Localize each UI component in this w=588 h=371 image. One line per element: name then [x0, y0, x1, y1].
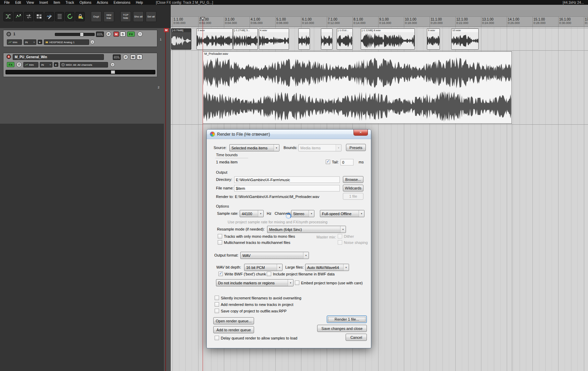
ruler-measure[interactable]: 13.1.000:24.000 — [481, 17, 494, 25]
grid-icon[interactable] — [55, 12, 64, 21]
menu-edit[interactable]: Edit — [15, 1, 21, 4]
ruler-measure[interactable]: 17.1.000:32.000 — [584, 17, 588, 25]
ruler-measure[interactable]: 5.1.000:08.000 — [275, 17, 288, 25]
record-arm-button-armed[interactable]: A — [7, 54, 11, 59]
ruler-measure[interactable]: 10.1.000:18.000 — [404, 17, 417, 25]
media-item[interactable]: 2.wav — [196, 28, 233, 50]
ruler-measure[interactable]: 6.1.000:10.000 — [301, 17, 314, 25]
grouping-icon[interactable] — [34, 12, 44, 21]
markers-select[interactable]: Do not include markers or regions▼ — [216, 279, 293, 286]
menu-extensions[interactable]: Extensions — [113, 1, 130, 4]
menu-options[interactable]: Options — [80, 1, 91, 4]
solo-button[interactable]: S — [137, 54, 142, 60]
ruler-measure[interactable]: 9.1.000:16.000 — [378, 17, 391, 25]
route-button[interactable]: ROUTE — [113, 54, 121, 60]
browse-button[interactable]: Browse... — [343, 176, 363, 183]
track-panel-1[interactable]: 1 ROUTE ø M S FX ~ trim IN ▼ ▶ — [3, 30, 157, 47]
io-dropdown[interactable]: ▼ — [90, 40, 95, 44]
ruler-measure[interactable]: 8.1.000:14.000 — [352, 17, 365, 25]
item-edit-icon[interactable] — [45, 12, 54, 21]
input-select[interactable]: IN ▼ — [24, 39, 36, 45]
envelope-button[interactable]: ~ — [137, 32, 143, 37]
menu-insert[interactable]: Insert — [39, 1, 48, 4]
media-item[interactable]: [-1.01d... — [337, 28, 353, 50]
media-item[interactable] — [321, 28, 333, 50]
ruler-measure[interactable]: 11.1.000:20.000 — [430, 17, 443, 25]
menu-help[interactable]: Help — [136, 1, 143, 4]
tail-checkbox[interactable]: ✓Tail: — [326, 160, 339, 164]
menu-actions[interactable]: Actions — [97, 1, 108, 4]
ruler-measure[interactable]: 4.1.000:06.000 — [250, 17, 263, 25]
close-button[interactable]: ✕ — [353, 129, 368, 136]
render-speed-select[interactable]: Full-speed Offline▼ — [320, 210, 364, 217]
menu-view[interactable]: View — [26, 1, 34, 4]
midi-input-strip[interactable]: MIDI: All: All channels — [60, 62, 108, 67]
toolbar-button-duplicate[interactable]: Dupl — [91, 11, 101, 22]
mute-button[interactable]: M — [113, 32, 119, 37]
playhead-marker[interactable] — [200, 17, 205, 21]
ruler-measure[interactable]: 12.1.000:22.000 — [455, 17, 468, 25]
silently-increment-checkbox[interactable]: ✓Silently increment filenames to avoid o… — [215, 296, 301, 300]
menu-item[interactable]: Item — [53, 1, 60, 4]
mute-button[interactable]: M — [130, 54, 136, 60]
route-button[interactable]: ROUTE — [96, 32, 104, 37]
track1-volume-fader[interactable] — [55, 33, 95, 36]
media-item[interactable]: 4.wav — [259, 28, 289, 50]
bwf-filename-checkbox[interactable]: ✓Include project filename in BWF data — [267, 272, 335, 276]
add-rendered-checkbox[interactable]: ✓Add rendered items to new tracks in pro… — [215, 302, 293, 307]
trim-control[interactable]: trim — [23, 62, 38, 67]
trim-control[interactable]: trim — [7, 39, 22, 45]
toolbar-button-show-all[interactable]: Sho all — [133, 11, 144, 22]
ruler-measure[interactable]: 14.1.000:26.000 — [507, 17, 520, 25]
resample-select[interactable]: Medium (64pt Sinc)▼ — [267, 226, 346, 233]
envelope-icon[interactable] — [14, 12, 23, 21]
menu-file[interactable]: File — [4, 1, 10, 4]
bwf-checkbox[interactable]: ✓Write BWF ('bext') chunk — [218, 272, 266, 276]
ruler-measure[interactable]: 15.1.000:28.000 — [532, 17, 545, 25]
render-button[interactable]: Render 1 file... — [327, 316, 367, 323]
ruler-measure[interactable]: 7.1.000:12.000 — [327, 17, 340, 25]
record-arm-button[interactable] — [7, 32, 11, 36]
ruler-measure[interactable]: 3.1.000:04.000 — [224, 17, 237, 25]
toolbar-button-tcp-hide[interactable]: TCP hide — [120, 11, 131, 22]
phase-button[interactable]: ø — [106, 32, 111, 37]
ruler-measure[interactable]: 16.1.000:30.000 — [558, 17, 571, 25]
toolbar-button-new-track[interactable]: new trac — [104, 11, 114, 22]
samplerate-select[interactable]: 44100▼ — [240, 210, 264, 217]
crossfade-icon[interactable] — [3, 12, 13, 21]
save-close-button[interactable]: Save changes and close — [317, 325, 367, 332]
wildcards-button[interactable]: Wildcards — [343, 185, 363, 191]
io-strip[interactable]: HDSP9632 Analog 1 — [44, 39, 89, 45]
directory-input[interactable]: E:\Work\Gambino\X-Farm\music — [234, 176, 340, 183]
large-files-select[interactable]: Auto WAV/Wave64▼ — [305, 264, 349, 271]
repeat-icon[interactable] — [65, 12, 74, 21]
cancel-button[interactable]: Cancel — [346, 334, 367, 341]
bit-depth-select[interactable]: 16 bit PCM▼ — [244, 264, 283, 271]
phase-button[interactable]: ø — [123, 54, 128, 60]
track2-volume-fader[interactable] — [5, 70, 155, 74]
filename-input[interactable]: $item — [234, 185, 340, 191]
add-render-queue-button[interactable]: Add to render queue — [213, 326, 254, 333]
timeline-ruler[interactable]: 1.1.000:00.0002.1.000:02.0003.1.000:04.0… — [171, 17, 588, 27]
output-format-select[interactable]: WAV▼ — [240, 252, 309, 259]
media-item[interactable]: 10.wav — [451, 28, 479, 50]
fx-button[interactable]: FX — [127, 32, 135, 37]
toolbar-button-select-all[interactable]: Sel all — [146, 11, 156, 22]
menu-track[interactable]: Track — [65, 1, 74, 4]
fader-handle[interactable] — [80, 32, 84, 37]
tail-input[interactable]: 0 — [340, 159, 353, 165]
midi-dropdown[interactable]: ▼ — [110, 62, 115, 67]
presets-button[interactable]: Presets — [346, 144, 366, 151]
open-render-queue-button[interactable]: Open render queue... — [213, 317, 254, 324]
solo-button[interactable]: S — [120, 32, 125, 37]
media-item[interactable]: [-0.79dB] — [171, 28, 191, 50]
source-select[interactable]: Selected media items▼ — [229, 144, 279, 151]
media-item[interactable]: [-1.12dB] 8.wav — [361, 28, 415, 50]
fader-handle[interactable] — [111, 70, 115, 74]
track-name-field[interactable]: M_PU_General_Win — [13, 54, 104, 60]
input-select[interactable]: IN ▼ — [40, 62, 52, 67]
delay-queued-checkbox[interactable]: ✓Delay queued render to allow samples to… — [215, 336, 297, 340]
lock-icon[interactable] — [75, 12, 85, 21]
save-copy-checkbox[interactable]: ✓Save copy of project to outfile.wav.RPP — [215, 309, 287, 313]
track-panel-2[interactable]: A M_PU_General_Win ROUTE ø M S FX ⊘ trim… — [3, 53, 157, 77]
